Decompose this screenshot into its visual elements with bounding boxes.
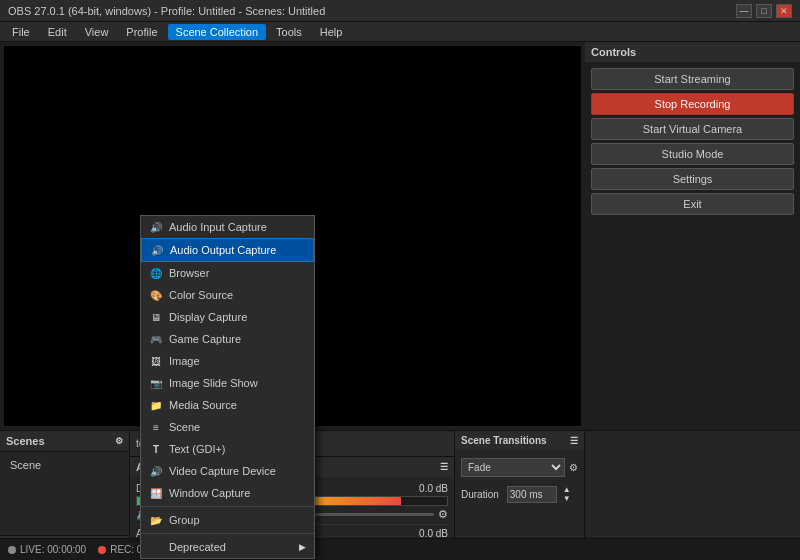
live-status: LIVE: 00:00:00 [8, 544, 86, 555]
controls-buttons: Start Streaming Stop Recording Start Vir… [585, 62, 800, 224]
start-virtual-camera-button[interactable]: Start Virtual Camera [591, 118, 794, 140]
transitions-header: Scene Transitions ☰ [455, 431, 584, 450]
ctx-video-capture[interactable]: 🔊 Video Capture Device [141, 460, 314, 482]
transitions-content: Fade Cut ⚙ Duration ▲ ▼ [455, 450, 584, 511]
ctx-separator-2 [141, 533, 314, 534]
title-bar: OBS 27.0.1 (64-bit, windows) - Profile: … [0, 0, 800, 22]
settings-button[interactable]: Settings [591, 168, 794, 190]
ctx-image-slideshow[interactable]: 📷 Image Slide Show [141, 372, 314, 394]
ctx-audio-input-icon: 🔊 [149, 220, 163, 234]
duration-down-arrow[interactable]: ▼ [563, 494, 571, 503]
ctx-media-source-icon: 📁 [149, 398, 163, 412]
ctx-audio-output-icon: 🔊 [150, 243, 164, 257]
title-bar-text: OBS 27.0.1 (64-bit, windows) - Profile: … [8, 5, 325, 17]
ctx-text-gdi[interactable]: T Text (GDI+) [141, 438, 314, 460]
controls-header: Controls [585, 42, 800, 62]
ctx-video-capture-icon: 🔊 [149, 464, 163, 478]
menu-edit[interactable]: Edit [40, 24, 75, 40]
ctx-browser-icon: 🌐 [149, 266, 163, 280]
ctx-separator-1 [141, 506, 314, 507]
ctx-text-gdi-icon: T [149, 442, 163, 456]
ctx-audio-output[interactable]: 🔊 Audio Output Capture [141, 238, 314, 262]
ctx-game-capture-label: Game Capture [169, 333, 241, 345]
ctx-color-source[interactable]: 🎨 Color Source [141, 284, 314, 306]
transition-type-select[interactable]: Fade Cut [461, 458, 565, 477]
ctx-group-icon: 📂 [149, 513, 163, 527]
start-streaming-button[interactable]: Start Streaming [591, 68, 794, 90]
live-text: LIVE: 00:00:00 [20, 544, 86, 555]
ctx-game-capture[interactable]: 🎮 Game Capture [141, 328, 314, 350]
transition-type-row: Fade Cut ⚙ [461, 456, 578, 479]
ctx-image-icon: 🖼 [149, 354, 163, 368]
ctx-scene-label: Scene [169, 421, 200, 433]
rec-dot [98, 546, 106, 554]
transition-duration-input[interactable] [507, 486, 557, 503]
ctx-audio-input-label: Audio Input Capture [169, 221, 267, 233]
context-menu: 🔊 Audio Input Capture 🔊 Audio Output Cap… [140, 215, 315, 559]
transition-duration-row: Duration ▲ ▼ [461, 483, 578, 505]
ctx-display-capture-icon: 🖥 [149, 310, 163, 324]
ctx-game-capture-icon: 🎮 [149, 332, 163, 346]
ctx-video-capture-label: Video Capture Device [169, 465, 276, 477]
transition-duration-label: Duration [461, 489, 499, 500]
ctx-image[interactable]: 🖼 Image [141, 350, 314, 372]
menu-file[interactable]: File [4, 24, 38, 40]
ctx-group-label: Group [169, 514, 200, 526]
ctx-browser-label: Browser [169, 267, 209, 279]
menu-profile[interactable]: Profile [118, 24, 165, 40]
ctx-window-capture[interactable]: 🪟 Window Capture [141, 482, 314, 504]
track-desktop-db: 0.0 dB [419, 483, 448, 494]
duration-up-arrow[interactable]: ▲ [563, 485, 571, 494]
ctx-display-capture[interactable]: 🖥 Display Capture [141, 306, 314, 328]
scenes-header: Scenes ⚙ [0, 431, 129, 452]
scenes-list: Scene [0, 452, 129, 535]
ctx-deprecated[interactable]: Deprecated ▶ [141, 536, 314, 558]
studio-mode-button[interactable]: Studio Mode [591, 143, 794, 165]
ctx-color-source-label: Color Source [169, 289, 233, 301]
ctx-scene-icon: ≡ [149, 420, 163, 434]
ctx-audio-output-label: Audio Output Capture [170, 244, 276, 256]
ctx-media-source-label: Media Source [169, 399, 237, 411]
ctx-text-gdi-label: Text (GDI+) [169, 443, 226, 455]
ctx-window-capture-icon: 🪟 [149, 486, 163, 500]
menu-tools[interactable]: Tools [268, 24, 310, 40]
track-desktop-settings[interactable]: ⚙ [438, 508, 448, 521]
ctx-display-capture-label: Display Capture [169, 311, 247, 323]
ctx-media-source[interactable]: 📁 Media Source [141, 394, 314, 416]
ctx-window-capture-label: Window Capture [169, 487, 250, 499]
scenes-settings-icon[interactable]: ⚙ [115, 436, 123, 446]
ctx-image-slideshow-label: Image Slide Show [169, 377, 258, 389]
controls-panel: Controls Start Streaming Stop Recording … [585, 42, 800, 430]
scene-item[interactable]: Scene [4, 456, 125, 474]
menu-scene-collection[interactable]: Scene Collection [168, 24, 267, 40]
status-bar: LIVE: 00:00:00 REC: 00:48:03 CPU: 16.8%,… [0, 538, 800, 560]
title-bar-controls: — □ ✕ [736, 4, 792, 18]
transition-gear-icon[interactable]: ⚙ [569, 462, 578, 473]
live-dot [8, 546, 16, 554]
ctx-image-slideshow-icon: 📷 [149, 376, 163, 390]
ctx-browser[interactable]: 🌐 Browser [141, 262, 314, 284]
ctx-image-label: Image [169, 355, 200, 367]
audio-mixer-icon: ☰ [440, 462, 448, 472]
ctx-scene[interactable]: ≡ Scene [141, 416, 314, 438]
menu-view[interactable]: View [77, 24, 117, 40]
stop-recording-button[interactable]: Stop Recording [591, 93, 794, 115]
ctx-group[interactable]: 📂 Group [141, 509, 314, 531]
maximize-button[interactable]: □ [756, 4, 772, 18]
menu-bar: File Edit View Profile Scene Collection … [0, 22, 800, 42]
ctx-deprecated-arrow: ▶ [299, 542, 306, 552]
ctx-deprecated-label: Deprecated [169, 541, 226, 553]
menu-help[interactable]: Help [312, 24, 351, 40]
exit-button[interactable]: Exit [591, 193, 794, 215]
ctx-color-source-icon: 🎨 [149, 288, 163, 302]
close-button[interactable]: ✕ [776, 4, 792, 18]
ctx-audio-input[interactable]: 🔊 Audio Input Capture [141, 216, 314, 238]
minimize-button[interactable]: — [736, 4, 752, 18]
ctx-deprecated-icon [149, 540, 163, 554]
transitions-icon: ☰ [570, 436, 578, 446]
